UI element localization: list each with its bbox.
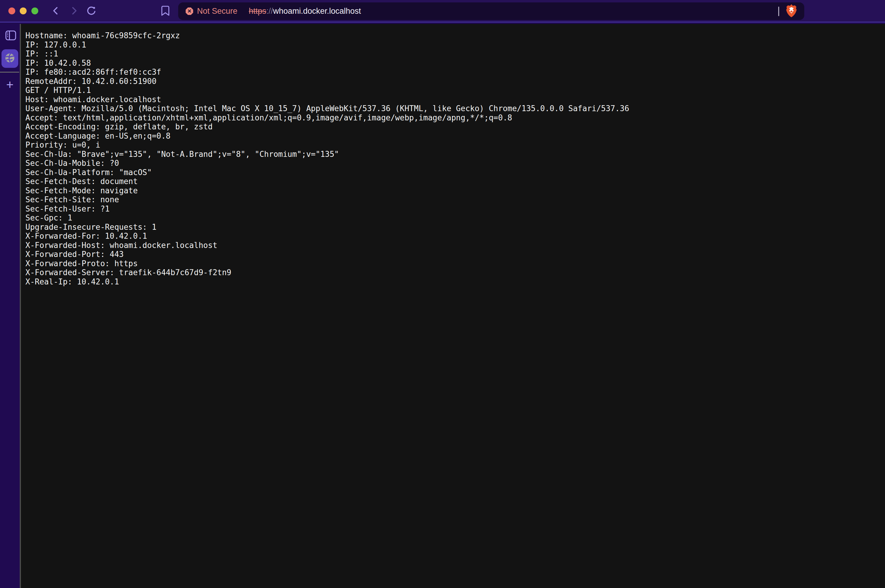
- url-scheme: https: [249, 7, 266, 15]
- reload-icon: [86, 5, 97, 17]
- back-button[interactable]: [50, 5, 62, 17]
- not-secure-octagon-icon: ✕: [186, 8, 193, 15]
- window-minimize-button[interactable]: [20, 8, 27, 14]
- reload-button[interactable]: [86, 5, 98, 17]
- whoami-output-text: Hostname: whoami-76c9859cfc-2rgxz IP: 12…: [21, 24, 885, 286]
- url-text: https://whoami.docker.localhost: [249, 7, 361, 16]
- back-icon: [51, 6, 61, 17]
- forward-icon: [69, 6, 79, 17]
- not-secure-x-glyph: ✕: [187, 9, 191, 14]
- url-host: whoami.docker.localhost: [273, 7, 361, 15]
- window-zoom-button[interactable]: [32, 8, 38, 14]
- vertical-tabs-sidebar: +: [0, 24, 20, 588]
- sidebar-toggle-button[interactable]: [5, 30, 17, 41]
- address-bar-divider: [778, 7, 779, 16]
- brave-lion-icon: [786, 4, 797, 19]
- url-separator: ://: [266, 7, 273, 15]
- new-tab-button[interactable]: +: [3, 78, 17, 92]
- plus-icon: +: [6, 79, 14, 91]
- active-tab-whoami[interactable]: [2, 49, 18, 68]
- window-close-button[interactable]: [8, 8, 15, 14]
- bookmark-icon: [161, 5, 170, 17]
- brave-shields-button[interactable]: [785, 4, 798, 18]
- not-secure-label: Not Secure: [197, 7, 237, 16]
- browser-toolbar: ✕ Not Secure https://whoami.docker.local…: [0, 0, 885, 23]
- address-bar[interactable]: ✕ Not Secure https://whoami.docker.local…: [178, 2, 804, 20]
- web-content-area: Hostname: whoami-76c9859cfc-2rgxz IP: 12…: [20, 24, 885, 588]
- sidebar-divider: [0, 72, 19, 73]
- globe-icon: [5, 52, 15, 64]
- bookmark-button[interactable]: [159, 5, 171, 17]
- forward-button[interactable]: [68, 5, 80, 17]
- sidebar-panel-icon: [5, 30, 16, 42]
